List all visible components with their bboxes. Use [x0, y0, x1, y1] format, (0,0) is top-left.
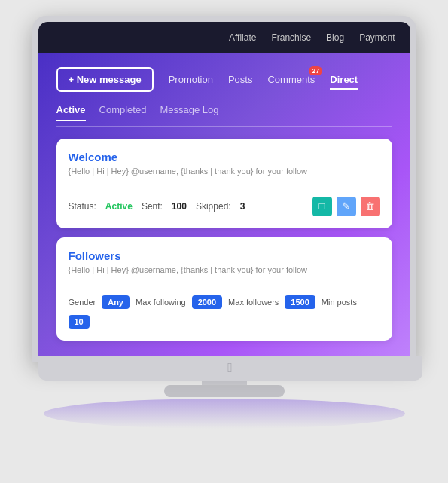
filter-gender-label: Gender [69, 298, 96, 307]
action-bar: + New message Promotion Posts Comments 2… [56, 67, 392, 92]
apple-logo-icon:  [227, 360, 233, 376]
main-area: + New message Promotion Posts Comments 2… [38, 53, 410, 356]
followers-card-subtitle: {Hello | Hi | Hey} @username, {thanks | … [69, 265, 380, 274]
welcome-card-stats: Status: Active Sent: 100 Skipped: 3 [69, 201, 245, 212]
status-badge: Active [105, 201, 133, 212]
subtab-active[interactable]: Active [56, 104, 86, 121]
nav-payment[interactable]: Payment [359, 32, 395, 43]
filter-maxfollowers-value[interactable]: 1500 [285, 295, 315, 309]
welcome-card: Welcome {Hello | Hi | Hey} @username, {t… [56, 139, 392, 228]
status-label: Status: [69, 201, 96, 212]
welcome-card-footer: Status: Active Sent: 100 Skipped: 3 □ ✎ … [69, 197, 380, 216]
edit-icon[interactable]: ✎ [337, 197, 356, 216]
sub-tabs: Active Completed Message Log [56, 104, 392, 127]
comments-badge: 27 [309, 66, 322, 75]
monitor-shadow [44, 399, 405, 429]
filter-maxfollowers-label: Max followers [228, 298, 279, 307]
filter-gender-value[interactable]: Any [102, 295, 130, 309]
welcome-card-subtitle: {Hello | Hi | Hey} @username, {thanks | … [69, 167, 380, 176]
sent-label: Sent: [142, 201, 163, 212]
nav-blog[interactable]: Blog [326, 32, 344, 43]
filter-maxfollowing-value[interactable]: 2000 [192, 295, 222, 309]
tab-direct[interactable]: Direct [330, 71, 358, 88]
monitor-wrapper: Affilate Franchise Blog Payment + New me… [21, 16, 428, 468]
top-nav: Affilate Franchise Blog Payment [38, 22, 410, 53]
sent-value: 100 [172, 201, 187, 212]
monitor-chin:  [38, 356, 422, 381]
filter-minposts-label: Min posts [322, 298, 357, 307]
skipped-value: 3 [240, 201, 245, 212]
monitor-body: Affilate Franchise Blog Payment + New me… [32, 16, 416, 362]
new-message-button[interactable]: + New message [56, 67, 154, 92]
tab-posts[interactable]: Posts [228, 71, 253, 88]
followers-filter-row: Gender Any Max following 2000 Max follow… [69, 295, 380, 329]
filter-maxfollowing-label: Max following [136, 298, 186, 307]
tab-promotion[interactable]: Promotion [169, 71, 213, 88]
nav-affilate[interactable]: Affilate [229, 32, 256, 43]
monitor-screen: Affilate Franchise Blog Payment + New me… [38, 22, 410, 356]
monitor-stand-base [164, 385, 285, 397]
followers-card-title: Followers [69, 249, 380, 262]
duplicate-icon[interactable]: □ [312, 197, 332, 216]
subtab-message-log[interactable]: Message Log [160, 104, 218, 121]
welcome-card-actions: □ ✎ 🗑 [312, 197, 380, 216]
followers-card: Followers {Hello | Hi | Hey} @username, … [56, 237, 392, 341]
welcome-card-title: Welcome [69, 151, 380, 164]
tab-comments-label: Comments [267, 74, 315, 85]
tab-comments[interactable]: Comments 27 [267, 71, 315, 88]
subtab-completed[interactable]: Completed [99, 104, 147, 121]
delete-icon[interactable]: 🗑 [361, 197, 380, 216]
skipped-label: Skipped: [196, 201, 231, 212]
filter-minposts-value[interactable]: 10 [69, 315, 90, 329]
nav-franchise[interactable]: Franchise [271, 32, 311, 43]
